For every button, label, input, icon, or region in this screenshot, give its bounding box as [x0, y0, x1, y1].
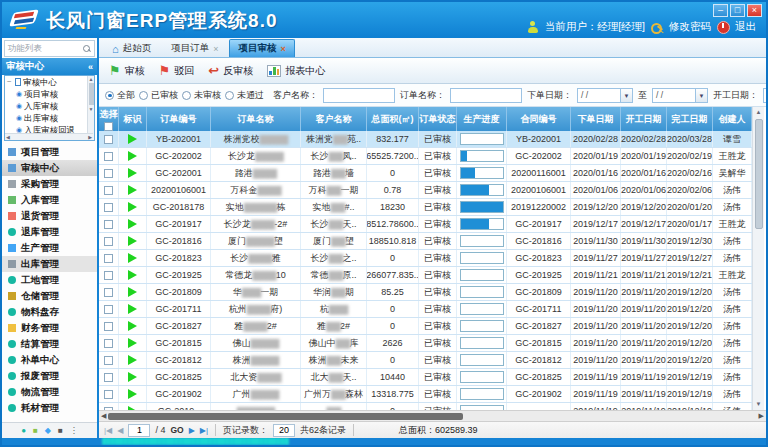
row-checkbox[interactable] [104, 220, 113, 229]
table-row[interactable]: GC-2019..███████████0已审核2019/11/192019/1… [99, 403, 752, 410]
prev-page-button[interactable]: ◀ [117, 426, 123, 435]
maximize-button[interactable]: □ [730, 4, 745, 17]
table-row[interactable]: GC-202001路港█████路港███墙0已审核20200116001202… [99, 165, 752, 182]
order-name-input[interactable] [450, 88, 522, 103]
table-row[interactable]: GC-2018178实地███████栋实地███#..18230已审核2019… [99, 199, 752, 216]
start-date-input[interactable]: / / [763, 88, 766, 103]
sidebar-module-8[interactable]: 工地管理 [2, 272, 97, 288]
chevron-down-icon[interactable]: ▼ [621, 88, 633, 103]
sidebar-module-5[interactable]: 退库管理 [2, 224, 97, 240]
report-center-button[interactable]: 报表中心 [267, 64, 325, 78]
sidebar-module-3[interactable]: 入库管理 [2, 192, 97, 208]
sidebar-module-4[interactable]: 退货管理 [2, 208, 97, 224]
row-checkbox[interactable] [104, 339, 113, 348]
select-all-checkbox[interactable] [104, 122, 113, 131]
tree-root[interactable]: − 审核中心 [5, 76, 94, 88]
scroll-down-icon[interactable]: ▼ [756, 399, 762, 410]
sidebar-module-16[interactable]: 耗材管理 [2, 400, 97, 416]
row-checkbox[interactable] [104, 356, 113, 365]
table-row[interactable]: GC-201827雅█████2#雅███2#0已审核GC-2018272019… [99, 318, 752, 335]
minimize-button[interactable]: – [713, 4, 728, 17]
row-checkbox[interactable] [104, 135, 113, 144]
row-checkbox[interactable] [104, 288, 113, 297]
table-row[interactable]: GC-201925常德龙█████10常德███原..266077.835..已… [99, 267, 752, 284]
sidebar-module-9[interactable]: 仓储管理 [2, 288, 97, 304]
scroll-right-icon[interactable]: ▶ [759, 412, 764, 420]
sidebar-module-0[interactable]: 项目管理 [2, 144, 97, 160]
scrollbar-thumb[interactable] [755, 119, 763, 229]
row-checkbox[interactable] [104, 305, 113, 314]
radio-icon[interactable] [105, 91, 114, 100]
cart-icon[interactable]: ■ [33, 427, 38, 435]
column-header-0[interactable]: 选择 [99, 107, 119, 131]
unapprove-button[interactable]: ↩反审核 [208, 64, 253, 78]
radio-icon[interactable] [225, 91, 234, 100]
column-header-12[interactable]: 创建人 [713, 107, 752, 131]
table-row[interactable]: GC-201815佛山██████佛山中███库2626已审核GC-201815… [99, 335, 752, 352]
tree-horizontal-scrollbar[interactable]: ◀▶ [5, 133, 93, 140]
collapse-icon[interactable]: « [88, 62, 93, 72]
tree-expand-icon[interactable]: − [7, 76, 13, 88]
scroll-left-icon[interactable]: ◀ [101, 412, 106, 420]
sidebar-module-15[interactable]: 物流管理 [2, 384, 97, 400]
page-size-input[interactable] [273, 424, 295, 437]
table-row[interactable]: GC-201917长沙龙█████-2#长沙███天..8512.78600..… [99, 216, 752, 233]
row-checkbox[interactable] [104, 271, 113, 280]
filter-radio-未审核[interactable]: 未审核 [182, 89, 221, 102]
table-row[interactable]: GC-201809华████一期华润███期85.25已审核GC-2018092… [99, 284, 752, 301]
close-button[interactable]: × [747, 4, 762, 17]
function-search-input[interactable]: 功能列表 [4, 40, 95, 57]
go-button[interactable]: GO [170, 425, 183, 435]
approve-button[interactable]: ⚑审核 [109, 64, 145, 78]
sidebar-module-13[interactable]: 补单中心 [2, 352, 97, 368]
table-row[interactable]: GC-201812株洲██████株洲███未来0已审核GC-201812201… [99, 352, 752, 369]
row-checkbox[interactable] [104, 237, 113, 246]
row-checkbox[interactable] [104, 322, 113, 331]
sidebar-module-7[interactable]: 出库管理 [2, 256, 97, 272]
tree-item-1[interactable]: ◉入库审核 [5, 100, 94, 112]
column-header-7[interactable]: 生产进度 [457, 107, 507, 131]
close-tab-icon[interactable]: × [280, 44, 285, 54]
table-row[interactable]: GC-201711杭州█████府)杭████0已审核GC-2017112019… [99, 301, 752, 318]
column-header-5[interactable]: 总面积(㎡) [367, 107, 419, 131]
row-checkbox[interactable] [104, 186, 113, 195]
row-checkbox[interactable] [104, 390, 113, 399]
tab-起始页[interactable]: ⌂起始页 [103, 39, 160, 57]
tab-项目订单[interactable]: 项目订单× [162, 39, 227, 57]
table-row[interactable]: GC-201825北大资█████北大███天..10440已审核GC-2018… [99, 369, 752, 386]
page-number-input[interactable] [128, 424, 150, 437]
column-header-6[interactable]: 订单状态 [419, 107, 457, 131]
column-header-11[interactable]: 完工日期 [667, 107, 713, 131]
sidebar-module-1[interactable]: 审核中心 [2, 160, 97, 176]
radio-icon[interactable] [182, 91, 191, 100]
row-checkbox[interactable] [104, 254, 113, 263]
tree-item-2[interactable]: ◉出库审核 [5, 112, 94, 124]
sidebar-module-14[interactable]: 报废管理 [2, 368, 97, 384]
table-row[interactable]: 20200106001万科金█████万科███一期0.78已审核2020010… [99, 182, 752, 199]
table-row[interactable]: YB-202001株洲党校██████株洲党███苑..832.177已审核YB… [99, 131, 752, 148]
filter-radio-全部[interactable]: 全部 [105, 89, 135, 102]
row-checkbox[interactable] [104, 152, 113, 161]
change-password-link[interactable]: 修改密码 [669, 20, 711, 34]
vertical-scrollbar[interactable]: ▲ ▼ [752, 107, 764, 410]
tab-项目审核[interactable]: 项目审核× [229, 39, 294, 57]
tree-item-0[interactable]: ◉项目审核 [5, 88, 94, 100]
last-page-button[interactable]: ▶| [200, 426, 208, 435]
filter-radio-未通过[interactable]: 未通过 [225, 89, 264, 102]
sidebar-module-2[interactable]: 采购管理 [2, 176, 97, 192]
column-header-8[interactable]: 合同编号 [507, 107, 571, 131]
sidebar-module-11[interactable]: 财务管理 [2, 320, 97, 336]
logout-link[interactable]: 退出 [735, 20, 756, 34]
sidebar-module-10[interactable]: 物料盘存 [2, 304, 97, 320]
column-header-9[interactable]: 下单日期 [571, 107, 621, 131]
column-header-3[interactable]: 订单名称 [211, 107, 301, 131]
chevron-down-icon[interactable]: ▼ [696, 88, 708, 103]
dot-icon[interactable]: ● [21, 427, 26, 435]
hscrollbar-thumb[interactable] [108, 413, 463, 420]
column-header-4[interactable]: 客户名称 [301, 107, 367, 131]
close-tab-icon[interactable]: × [213, 44, 218, 54]
row-checkbox[interactable] [104, 203, 113, 212]
column-header-10[interactable]: 开工日期 [621, 107, 667, 131]
reject-button[interactable]: ⚑驳回 [159, 64, 195, 78]
filter-radio-已审核[interactable]: 已审核 [139, 89, 178, 102]
